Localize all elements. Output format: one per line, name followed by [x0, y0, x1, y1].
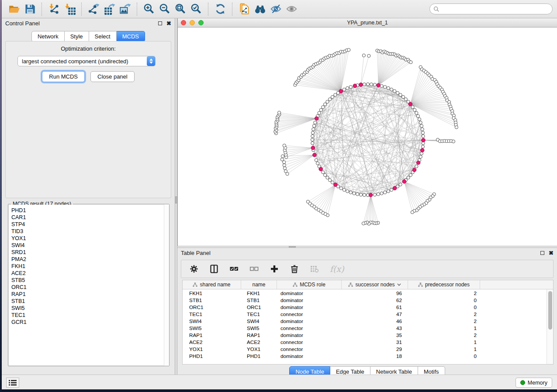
cell-MCDS-role[interactable]: connector	[277, 339, 342, 345]
cell-predecessor-nodes[interactable]: 0	[408, 297, 480, 303]
mcds-result-item[interactable]: CAR1	[9, 214, 169, 221]
table-row[interactable]: SWI5SWI5connector431	[183, 324, 547, 331]
splitter-grip[interactable]	[175, 196, 177, 203]
cell-name[interactable]: ORC1	[241, 304, 277, 310]
mcds-result-item[interactable]: STB1	[9, 298, 169, 305]
float-panel-icon[interactable]	[540, 251, 544, 255]
cell-predecessor-nodes[interactable]: 2	[408, 318, 480, 324]
cell-MCDS-role[interactable]: connector	[277, 325, 342, 331]
network-canvas[interactable]	[178, 28, 557, 246]
mcds-result-item[interactable]: TID3	[9, 228, 169, 235]
tab-style[interactable]: Style	[65, 31, 89, 42]
cell-name[interactable]: SWI5	[241, 325, 277, 331]
zoom-in-button[interactable]	[141, 2, 157, 17]
frames-button[interactable]	[6, 378, 19, 388]
close-panel-icon[interactable]: ✖	[166, 21, 171, 25]
tab-select[interactable]: Select	[89, 31, 117, 42]
mcds-result-item[interactable]: SRD1	[9, 249, 169, 256]
table-row[interactable]: ACE2ACE2connector311	[183, 338, 547, 345]
search-box[interactable]	[429, 3, 553, 14]
table-row[interactable]: TEC1TEC1connector472	[183, 310, 547, 317]
table-row[interactable]: YOX1YOX1connector291	[183, 345, 547, 352]
float-panel-icon[interactable]	[158, 21, 162, 25]
cell-predecessor-nodes[interactable]: 0	[408, 353, 480, 359]
cell-MCDS-role[interactable]: connector	[277, 311, 342, 317]
cell-successor-nodes[interactable]: 31	[342, 339, 408, 345]
mcds-result-item[interactable]: ACE2	[9, 270, 169, 277]
settings-gear-button[interactable]	[189, 264, 199, 274]
cell-MCDS-role[interactable]: dominator	[277, 297, 342, 303]
cell-successor-nodes[interactable]: 62	[342, 297, 408, 303]
cell-shared-name[interactable]: SWI5	[183, 325, 241, 331]
cell-name[interactable]: YOX1	[241, 346, 277, 352]
table-row[interactable]: PHD1PHD1dominator180	[183, 352, 547, 359]
mcds-result-item[interactable]: PHD1	[9, 207, 169, 214]
refresh-button[interactable]	[212, 2, 228, 17]
cell-predecessor-nodes[interactable]: 2	[408, 332, 480, 338]
table-row[interactable]: SWI4SWI4dominator462	[183, 317, 547, 324]
cell-MCDS-role[interactable]: connector	[277, 346, 342, 352]
mcds-result-item[interactable]: ORC1	[9, 284, 169, 291]
cell-shared-name[interactable]: ORC1	[183, 304, 241, 310]
add-column-button[interactable]	[270, 264, 279, 274]
export-network-button[interactable]	[86, 2, 101, 17]
cell-predecessor-nodes[interactable]: 1	[408, 339, 480, 345]
cell-successor-nodes[interactable]: 47	[342, 311, 408, 317]
cell-predecessor-nodes[interactable]: 2	[408, 311, 480, 317]
column-header-predecessor-nodes[interactable]: predecessor nodes	[408, 280, 480, 289]
mcds-result-item[interactable]: STP4	[9, 221, 169, 228]
column-header-shared-name[interactable]: shared name	[183, 280, 241, 289]
table-row[interactable]: FKH1FKH1dominator962	[183, 289, 547, 296]
cell-MCDS-role[interactable]: dominator	[277, 304, 342, 310]
mcds-result-item[interactable]: GCR1	[9, 319, 169, 326]
table-row[interactable]: STB1STB1dominator620	[183, 296, 547, 303]
cell-name[interactable]: RAP1	[241, 332, 277, 338]
cell-shared-name[interactable]: FKH1	[183, 290, 241, 296]
cell-name[interactable]: TEC1	[241, 311, 277, 317]
cell-shared-name[interactable]: SWI4	[183, 318, 241, 324]
cell-shared-name[interactable]: PHD1	[183, 353, 241, 359]
scrollbar-thumb[interactable]	[548, 291, 552, 330]
cell-shared-name[interactable]: STB1	[183, 297, 241, 303]
cell-successor-nodes[interactable]: 61	[342, 304, 408, 310]
cell-MCDS-role[interactable]: dominator	[277, 290, 342, 296]
column-header-successor-nodes[interactable]: successor nodes	[342, 280, 408, 289]
cell-successor-nodes[interactable]: 18	[342, 353, 408, 359]
column-header-name[interactable]: name	[241, 280, 277, 289]
select-all-button[interactable]	[229, 264, 239, 274]
cell-shared-name[interactable]: ACE2	[183, 339, 241, 345]
cell-name[interactable]: PHD1	[241, 353, 277, 359]
cell-successor-nodes[interactable]: 29	[342, 346, 408, 352]
deselect-all-button[interactable]	[249, 264, 259, 274]
close-panel-icon[interactable]: ✖	[549, 251, 554, 255]
cell-MCDS-role[interactable]: dominator	[277, 318, 342, 324]
network-from-selection-button[interactable]	[236, 2, 252, 17]
cell-successor-nodes[interactable]: 96	[342, 290, 408, 296]
find-button[interactable]	[252, 2, 268, 17]
run-mcds-button[interactable]: Run MCDS	[42, 71, 85, 82]
cell-name[interactable]: STB1	[241, 297, 277, 303]
zoom-out-button[interactable]	[157, 2, 173, 17]
table-row[interactable]: ORC1ORC1dominator610	[183, 303, 547, 310]
mcds-result-item[interactable]: FKH1	[9, 263, 169, 270]
import-table-button[interactable]	[62, 2, 77, 17]
cell-predecessor-nodes[interactable]: 1	[408, 325, 480, 331]
column-header-MCDS-role[interactable]: MCDS role	[277, 280, 342, 289]
delete-column-button[interactable]	[290, 264, 299, 274]
open-button[interactable]	[6, 2, 22, 17]
mcds-result-item[interactable]: RAP1	[9, 291, 169, 298]
optimization-criterion-select[interactable]: largest connected component (undirected)	[17, 56, 156, 66]
import-network-button[interactable]	[46, 2, 62, 17]
table-row[interactable]: RAP1RAP1dominator352	[183, 331, 547, 338]
mcds-result-item[interactable]: SWI5	[9, 305, 169, 312]
cell-name[interactable]: SWI4	[241, 318, 277, 324]
cell-successor-nodes[interactable]: 43	[342, 325, 408, 331]
tab-mcds[interactable]: MCDS	[117, 31, 145, 42]
cell-MCDS-role[interactable]: dominator	[277, 353, 342, 359]
network-window-titlebar[interactable]: YPA_prune.txt_1	[178, 18, 557, 28]
cell-shared-name[interactable]: TEC1	[183, 311, 241, 317]
cell-successor-nodes[interactable]: 35	[342, 332, 408, 338]
cell-shared-name[interactable]: RAP1	[183, 332, 241, 338]
mcds-result-item[interactable]: YOX1	[9, 235, 169, 242]
memory-button[interactable]: Memory	[515, 378, 552, 388]
